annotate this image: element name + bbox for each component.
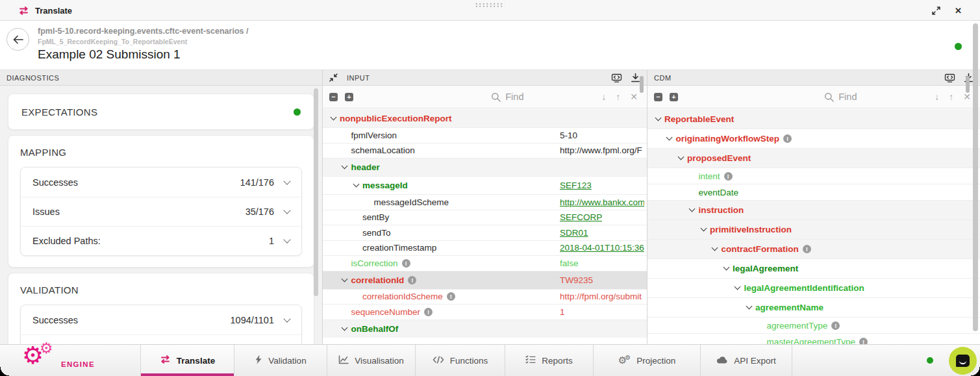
tree-row[interactable]: sentBySEFCORP: [323, 210, 647, 225]
tab-validation[interactable]: Validation: [234, 345, 327, 376]
info-icon[interactable]: !: [447, 292, 455, 301]
info-icon[interactable]: !: [803, 245, 811, 253]
diagnostics-scrollbar-thumb[interactable]: [314, 88, 318, 296]
find-close-icon[interactable]: ✕: [630, 92, 638, 102]
tree-row[interactable]: agreementType!: [647, 317, 980, 333]
stat-row[interactable]: Successes1094/1101: [21, 305, 301, 334]
tree-row[interactable]: correlationIdScheme!http://fpml.org/subm…: [323, 289, 647, 305]
chevron-down-icon[interactable]: [700, 225, 707, 232]
node-label: creationTimestamp: [362, 243, 436, 253]
chevron-down-icon[interactable]: [689, 206, 696, 212]
node-value[interactable]: SEFCORP: [560, 212, 602, 222]
node-value[interactable]: http://www.bankx.com: [560, 197, 644, 207]
expand-icon[interactable]: [932, 6, 940, 15]
tree-row[interactable]: correlationId!TW9235: [323, 271, 647, 289]
node-value[interactable]: SEF123: [560, 181, 592, 190]
find-close-icon[interactable]: ✕: [963, 92, 971, 102]
expand-all-button[interactable]: +: [670, 93, 678, 101]
chevron-down-icon[interactable]: [283, 207, 290, 214]
chevron-down-icon[interactable]: [712, 245, 718, 251]
tree-row[interactable]: messageIdSEF123: [323, 176, 647, 194]
tree-row[interactable]: sendToSDR01: [323, 225, 647, 240]
tab-reports[interactable]: Reports: [505, 345, 593, 376]
tree-row[interactable]: schemaLocationhttp://www.fpml.org/F: [323, 143, 647, 158]
info-icon[interactable]: !: [424, 308, 433, 316]
find-previous-icon[interactable]: ↑: [949, 92, 953, 102]
chevron-down-icon[interactable]: [677, 154, 684, 160]
find-next-icon[interactable]: ↓: [935, 92, 939, 102]
expectations-card[interactable]: EXPECTATIONS: [8, 94, 314, 130]
tab-visualisation[interactable]: Visualisation: [327, 345, 415, 376]
tree-row[interactable]: fpmlVersion5-10: [323, 127, 647, 143]
tree-row[interactable]: primitiveInstruction: [647, 219, 980, 239]
find-previous-icon[interactable]: ↑: [616, 92, 620, 102]
back-button[interactable]: [6, 28, 29, 51]
collapse-panel-icon[interactable]: [329, 73, 338, 82]
close-icon[interactable]: ✕: [955, 6, 962, 16]
tree-row[interactable]: eventDate: [647, 184, 980, 200]
chevron-slot: [742, 307, 755, 308]
tree-row[interactable]: creationTimestamp2018-04-01T10:15:36: [323, 240, 647, 256]
find-input[interactable]: [505, 92, 570, 102]
tree-row[interactable]: instruction: [647, 200, 980, 219]
input-scrollbar-thumb[interactable]: [640, 76, 644, 93]
chevron-down-icon[interactable]: [723, 264, 729, 271]
tree-row[interactable]: intent!: [647, 168, 980, 184]
tree-row[interactable]: contractFormation!: [647, 239, 980, 258]
stat-row[interactable]: Excluded Paths:1: [21, 226, 301, 255]
chevron-down-icon[interactable]: [283, 236, 290, 243]
tree-row[interactable]: legalAgreement: [647, 258, 980, 278]
stat-row[interactable]: Failures7/1101: [21, 334, 301, 344]
drag-handle-dots[interactable]: [475, 3, 505, 7]
expand-all-button[interactable]: +: [345, 93, 353, 101]
chevron-down-icon[interactable]: [283, 177, 290, 184]
tab-label: Functions: [450, 356, 488, 366]
chevron-down-icon[interactable]: [746, 303, 752, 310]
cdm-scrollbar-thumb[interactable]: [966, 76, 970, 93]
tree-row[interactable]: proposedEvent: [647, 148, 980, 168]
node-value[interactable]: 2018-04-01T10:15:36: [560, 243, 644, 253]
collapse-all-button[interactable]: −: [654, 93, 662, 101]
tab-translate[interactable]: Translate: [140, 345, 234, 376]
node-value[interactable]: SDR01: [560, 228, 588, 238]
tree-row[interactable]: onBehalfOf: [323, 320, 647, 338]
chevron-down-icon[interactable]: [342, 163, 348, 169]
tree-row[interactable]: ReportableEvent: [647, 109, 980, 129]
stat-row[interactable]: Issues35/176: [21, 197, 301, 226]
window-scrollbar-thumb[interactable]: [973, 23, 978, 331]
info-icon[interactable]: !: [402, 259, 410, 268]
chevron-down-icon[interactable]: [655, 114, 661, 121]
find-next-icon[interactable]: ↓: [601, 92, 606, 102]
tree-row[interactable]: originatingWorkflowStep!: [647, 129, 980, 148]
info-icon[interactable]: !: [783, 134, 792, 143]
info-icon[interactable]: !: [724, 172, 733, 181]
tab-projection[interactable]: ⚙⚙Projection: [593, 345, 700, 376]
info-icon[interactable]: !: [408, 276, 416, 284]
tree-row[interactable]: agreementName: [647, 297, 980, 317]
source-view-icon[interactable]: [611, 73, 622, 82]
tab-functions[interactable]: Functions: [415, 345, 505, 376]
collapse-all-button[interactable]: −: [329, 93, 338, 101]
info-icon[interactable]: !: [831, 321, 840, 330]
chevron-down-icon[interactable]: [735, 284, 741, 290]
breadcrumb-path[interactable]: fpml-5-10.record-keeping.events.cftc-eve…: [38, 27, 248, 36]
chevron-down-icon[interactable]: [353, 181, 359, 188]
chevron-down-icon[interactable]: [342, 324, 348, 331]
tree-row[interactable]: masterAgreementType!: [647, 333, 980, 344]
info-icon[interactable]: !: [859, 338, 868, 345]
chevron-down-icon[interactable]: [330, 114, 336, 120]
download-icon[interactable]: [631, 73, 640, 82]
tree-row[interactable]: legalAgreementIdentification: [647, 278, 980, 297]
tree-row[interactable]: messageIdSchemehttp://www.bankx.com: [323, 194, 647, 210]
chevron-down-icon[interactable]: [283, 315, 290, 322]
tree-row[interactable]: header: [323, 158, 647, 176]
tree-row[interactable]: isCorrection!false: [323, 255, 647, 271]
find-input[interactable]: [838, 92, 903, 102]
tree-row[interactable]: nonpublicExecutionReport: [323, 109, 647, 127]
source-view-icon[interactable]: [944, 73, 955, 82]
tree-row[interactable]: sequenceNumber!1: [323, 304, 647, 320]
chevron-down-icon[interactable]: [342, 275, 348, 282]
tab-api-export[interactable]: API Export: [700, 345, 792, 376]
chevron-down-icon[interactable]: [666, 134, 673, 141]
stat-row[interactable]: Successes141/176: [21, 168, 301, 197]
